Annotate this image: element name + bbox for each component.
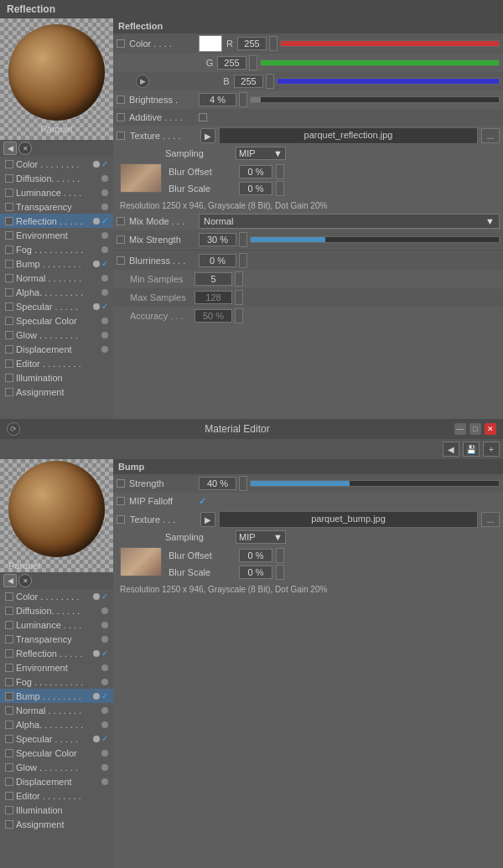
strength-field[interactable]	[199, 477, 236, 490]
sidebar-bottom-item-16[interactable]: Assignment	[0, 817, 113, 831]
sidebar-bottom-checkbox-3[interactable]	[5, 635, 13, 643]
bump-texture-file-field[interactable]: parquet_bump.jpg	[219, 511, 478, 528]
sidebar-top-item-5[interactable]: Environment	[0, 228, 113, 242]
additive-checkbox[interactable]	[117, 113, 125, 121]
toolbar-add-btn[interactable]: +	[483, 442, 500, 457]
additive-value-checkbox[interactable]	[199, 113, 207, 121]
max-samples-arrows[interactable]	[235, 290, 243, 305]
blur-scale-arrows[interactable]	[276, 181, 284, 196]
sidebar-bottom-checkbox-14[interactable]	[5, 792, 13, 800]
sidebar-bottom-checkbox-4[interactable]	[5, 649, 13, 658]
sidebar-top-checkbox-10[interactable]	[5, 302, 13, 311]
sidebar-bottom-checkbox-8[interactable]	[5, 706, 13, 715]
sidebar-top-item-0[interactable]: Color . . . . . . . . ✓	[0, 157, 113, 171]
sidebar-bottom-checkbox-16[interactable]	[5, 820, 13, 829]
sidebar-bottom-item-9[interactable]: Alpha. . . . . . . . .	[0, 717, 113, 731]
sidebar-bottom-checkbox-9[interactable]	[5, 721, 13, 729]
strength-slider[interactable]	[250, 480, 500, 487]
nav-circle-btn[interactable]: ✕	[18, 142, 32, 155]
color-b-slider[interactable]	[277, 78, 500, 85]
sidebar-top-item-15[interactable]: Illumination	[0, 370, 113, 385]
sidebar-bottom-item-13[interactable]: Displacement	[0, 774, 113, 788]
sidebar-bottom-item-4[interactable]: Reflection . . . . . ✓	[0, 646, 113, 660]
mix-strength-arrows[interactable]	[239, 232, 247, 247]
sidebar-top-checkbox-5[interactable]	[5, 231, 13, 240]
sidebar-bottom-item-2[interactable]: Luminance . . . .	[0, 617, 113, 632]
bump-texture-more-btn[interactable]: ...	[481, 512, 500, 527]
sidebar-bottom-item-15[interactable]: Illumination	[0, 803, 113, 817]
sidebar-bottom-checkbox-2[interactable]	[5, 621, 13, 629]
sidebar-top-checkbox-3[interactable]	[5, 203, 13, 211]
sidebar-bottom-item-10[interactable]: Specular . . . . . ✓	[0, 731, 113, 746]
blur-offset-field[interactable]	[239, 165, 272, 178]
bump-blur-offset-field[interactable]	[239, 549, 272, 562]
sidebar-bottom-checkbox-10[interactable]	[5, 735, 13, 743]
sidebar-top-item-11[interactable]: Specular Color	[0, 313, 113, 328]
texture-more-btn[interactable]: ...	[481, 128, 500, 143]
bump-blur-scale-field[interactable]	[239, 566, 272, 579]
sidebar-bottom-checkbox-13[interactable]	[5, 778, 13, 786]
blurriness-checkbox[interactable]	[117, 256, 125, 265]
bump-blur-offset-arrows[interactable]	[276, 548, 284, 563]
sidebar-bottom-checkbox-7[interactable]	[5, 692, 13, 700]
sidebar-top-checkbox-16[interactable]	[5, 388, 13, 396]
sidebar-bottom-nav-circle[interactable]: ✕	[18, 574, 32, 587]
sidebar-top-item-1[interactable]: Diffusion. . . . . .	[0, 171, 113, 185]
sidebar-top-checkbox-6[interactable]	[5, 245, 13, 254]
sidebar-top-item-12[interactable]: Glow . . . . . . . .	[0, 328, 113, 342]
sidebar-top-item-8[interactable]: Normal . . . . . . .	[0, 271, 113, 285]
sidebar-bottom-checkbox-6[interactable]	[5, 678, 13, 686]
sidebar-top-item-14[interactable]: Editor . . . . . . . .	[0, 356, 113, 370]
sidebar-bottom-checkbox-1[interactable]	[5, 607, 13, 615]
bump-blur-scale-arrows[interactable]	[276, 565, 284, 580]
blur-scale-field[interactable]	[239, 182, 272, 195]
mix-mode-dropdown[interactable]: Normal ▼	[199, 214, 500, 229]
sidebar-top-checkbox-13[interactable]	[5, 345, 13, 354]
sidebar-top-item-2[interactable]: Luminance . . . .	[0, 185, 113, 199]
mip-falloff-checkbox[interactable]	[117, 497, 125, 505]
sidebar-bottom-item-6[interactable]: Fog . . . . . . . . . .	[0, 674, 113, 689]
blurriness-field[interactable]	[199, 254, 236, 267]
sidebar-top-checkbox-12[interactable]	[5, 331, 13, 339]
sidebar-bottom-item-11[interactable]: Specular Color	[0, 746, 113, 760]
info-icon[interactable]: ▶	[136, 75, 149, 88]
sidebar-top-checkbox-15[interactable]	[5, 374, 13, 382]
close-btn[interactable]: ✕	[485, 423, 496, 435]
mix-strength-slider[interactable]	[250, 236, 500, 243]
maximize-btn[interactable]: □	[469, 423, 481, 435]
sidebar-top-checkbox-0[interactable]	[5, 160, 13, 168]
sidebar-bottom-item-3[interactable]: Transparency	[0, 632, 113, 646]
sidebar-top-item-6[interactable]: Fog . . . . . . . . . .	[0, 242, 113, 256]
sidebar-top-item-4[interactable]: Reflection . . . . . ✓	[0, 214, 113, 228]
brightness-arrows[interactable]	[239, 92, 247, 107]
color-r-field[interactable]	[237, 37, 267, 50]
accuracy-field[interactable]	[194, 309, 232, 323]
sidebar-top-checkbox-14[interactable]	[5, 359, 13, 368]
max-samples-field[interactable]	[194, 291, 232, 304]
nav-arrow-left[interactable]: ◀	[3, 142, 17, 155]
brightness-slider[interactable]	[250, 96, 500, 103]
texture-file-field[interactable]: parquet_reflection.jpg	[219, 127, 478, 144]
sidebar-bottom-nav-arrow[interactable]: ◀	[3, 574, 17, 587]
strength-arrows[interactable]	[239, 476, 247, 491]
minimize-btn[interactable]: —	[454, 423, 466, 435]
color-checkbox[interactable]	[117, 39, 125, 48]
toolbar-save-btn[interactable]: 💾	[463, 442, 480, 457]
mix-strength-checkbox[interactable]	[117, 235, 125, 244]
sampling-dropdown[interactable]: MIP ▼	[236, 147, 286, 160]
sidebar-top-checkbox-8[interactable]	[5, 274, 13, 282]
sidebar-top-checkbox-4[interactable]	[5, 217, 13, 225]
min-samples-arrows[interactable]	[235, 271, 243, 287]
blurriness-arrows[interactable]	[239, 253, 247, 268]
color-g-field[interactable]	[217, 56, 246, 70]
sidebar-bottom-checkbox-0[interactable]	[5, 592, 13, 601]
color-g-arrows[interactable]	[249, 55, 257, 70]
sidebar-top-item-16[interactable]: Assignment	[0, 385, 113, 399]
sidebar-top-item-13[interactable]: Displacement	[0, 342, 113, 356]
bump-texture-toggle-btn[interactable]: ▶	[200, 512, 215, 527]
sidebar-top-checkbox-7[interactable]	[5, 260, 13, 268]
sidebar-bottom-item-14[interactable]: Editor . . . . . . . .	[0, 788, 113, 803]
color-b-arrows[interactable]	[266, 74, 274, 89]
sidebar-bottom-item-12[interactable]: Glow . . . . . . . .	[0, 760, 113, 774]
texture-checkbox[interactable]	[117, 132, 125, 140]
